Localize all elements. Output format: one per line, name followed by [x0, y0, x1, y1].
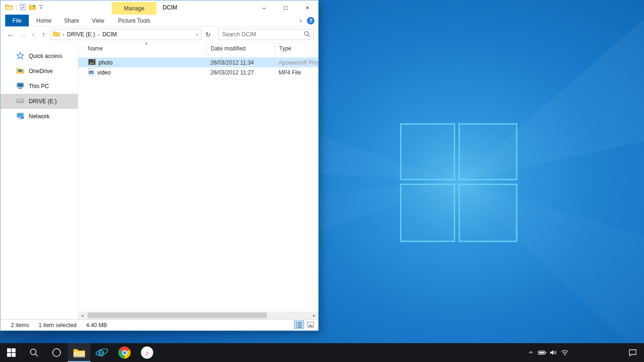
breadcrumb-separator: ›	[98, 32, 99, 37]
ribbon-tabs: File Home Share View Picture Tools ∨ ?	[0, 15, 318, 27]
up-button[interactable]: ↑	[38, 29, 50, 40]
back-button[interactable]: ←	[5, 29, 16, 40]
tab-home[interactable]: Home	[29, 15, 59, 26]
tray-expand-button[interactable]	[525, 343, 537, 362]
taskbar-internet-explorer-button[interactable]: e	[91, 343, 113, 362]
video-file-icon	[88, 68, 94, 77]
chevron-up-icon	[528, 350, 534, 355]
horizontal-scrollbar[interactable]: ◄ ►	[78, 312, 318, 319]
search-box	[218, 29, 314, 40]
sidebar-item-label: Quick access	[29, 53, 62, 59]
app-folder-icon	[5, 4, 13, 11]
properties-icon[interactable]	[20, 4, 25, 12]
taskbar-chrome-button[interactable]	[113, 343, 136, 362]
cortana-circle-icon	[51, 347, 62, 358]
file-name: photo	[99, 59, 113, 66]
file-explorer-icon	[73, 348, 85, 358]
file-date-modified: 26/03/2012 11:34	[206, 58, 275, 67]
items-count: 2 items	[11, 322, 29, 329]
file-type: MP4 File	[275, 67, 318, 77]
details-view-button[interactable]	[294, 321, 304, 329]
svg-text:e: e	[98, 346, 104, 359]
sidebar-item-label: OneDrive	[29, 68, 53, 74]
network-tray-button[interactable]	[559, 343, 570, 362]
qat-separator	[16, 4, 17, 11]
ribbon-right-controls: ∨ ?	[299, 15, 314, 27]
action-center-icon	[628, 349, 637, 357]
network-icon	[17, 113, 24, 121]
recent-locations-chevron-icon[interactable]: ∨	[30, 29, 37, 40]
file-type: Apowersoft Pho	[275, 58, 318, 67]
column-header-date-modified[interactable]: Date modified	[206, 42, 275, 55]
search-icon[interactable]	[304, 31, 310, 39]
window-controls: – □ ×	[253, 0, 318, 15]
refresh-button[interactable]: ↻	[203, 29, 213, 40]
photo-file-icon	[88, 59, 96, 66]
file-name: video	[97, 69, 111, 76]
large-icons-view-button[interactable]	[305, 321, 315, 329]
file-date-modified: 26/03/2012 11:27	[206, 67, 275, 77]
scroll-left-arrow-icon[interactable]: ◄	[78, 312, 86, 319]
taskbar: e ♪	[0, 343, 644, 362]
speaker-icon	[550, 349, 557, 356]
sidebar-item-onedrive[interactable]: OneDrive	[0, 64, 78, 79]
itunes-icon: ♪	[141, 346, 153, 359]
minimize-button[interactable]: –	[253, 0, 275, 15]
close-button[interactable]: ×	[297, 0, 318, 15]
taskbar-itunes-button[interactable]: ♪	[136, 343, 158, 362]
sidebar-item-label: Network	[29, 113, 50, 120]
view-toggle-buttons	[294, 321, 315, 329]
start-button[interactable]	[0, 343, 23, 362]
new-folder-icon[interactable]	[29, 4, 36, 11]
scrollbar-thumb[interactable]	[88, 313, 267, 318]
ribbon-collapse-chevron-icon[interactable]: ∨	[299, 18, 302, 23]
sidebar-item-drive-e[interactable]: DRIVE (E:)	[0, 94, 78, 109]
taskbar-file-explorer-button[interactable]	[68, 343, 91, 362]
address-bar[interactable]: › DRIVE (E:) › DCIM ∨	[50, 29, 201, 40]
search-input[interactable]	[222, 31, 304, 38]
window-body: Quick access OneDrive This PC	[0, 42, 318, 319]
file-rows: photo 26/03/2012 11:34 Apowersoft Pho vi…	[78, 55, 318, 77]
breadcrumb-folder-icon	[53, 31, 60, 38]
cortana-button[interactable]	[45, 343, 68, 362]
sidebar-item-label: DRIVE (E:)	[29, 98, 57, 105]
this-pc-icon	[17, 82, 24, 90]
scroll-right-arrow-icon[interactable]: ►	[310, 312, 318, 319]
sidebar-item-this-pc[interactable]: This PC	[0, 79, 78, 94]
sort-ascending-icon: ∧	[145, 42, 148, 46]
address-dropdown-chevron-icon[interactable]: ∨	[196, 33, 199, 37]
action-center-button[interactable]	[621, 343, 644, 362]
tab-share[interactable]: Share	[59, 15, 84, 26]
forward-button[interactable]: →	[17, 29, 29, 40]
sidebar-item-quick-access[interactable]: Quick access	[0, 49, 78, 64]
breadcrumb-separator: ›	[62, 32, 64, 37]
maximize-button[interactable]: □	[275, 0, 297, 15]
address-row: ← → ∨ ↑ › DRIVE (E:) › DCIM ∨ ↻	[0, 27, 318, 42]
selection-count: 1 item selected	[39, 322, 77, 329]
file-explorer-window: ∨ Manage DCIM – □ × File Home Share View…	[0, 0, 319, 331]
drive-icon	[17, 98, 24, 105]
help-icon[interactable]: ?	[307, 17, 314, 25]
system-tray	[525, 343, 570, 362]
battery-icon	[538, 350, 546, 355]
internet-explorer-icon: e	[95, 346, 108, 359]
wifi-icon	[561, 350, 569, 356]
selection-size: 4.40 MB	[86, 322, 107, 329]
column-header-type[interactable]: Type	[275, 42, 318, 55]
contextual-tab-group-manage[interactable]: Manage	[112, 2, 157, 15]
sidebar-item-network[interactable]: Network	[0, 109, 78, 124]
search-icon	[29, 348, 39, 357]
battery-tray-button[interactable]	[537, 343, 548, 362]
breadcrumb-folder[interactable]: DCIM	[102, 31, 117, 38]
tab-file[interactable]: File	[5, 15, 29, 26]
tab-view[interactable]: View	[84, 15, 112, 26]
file-row-video[interactable]: video 26/03/2012 11:27 MP4 File	[78, 67, 318, 77]
volume-tray-button[interactable]	[548, 343, 559, 362]
column-header-name[interactable]: Name	[78, 42, 206, 55]
taskbar-search-button[interactable]	[23, 343, 45, 362]
file-row-photo[interactable]: photo 26/03/2012 11:34 Apowersoft Pho	[78, 58, 318, 67]
chrome-icon	[118, 346, 131, 359]
breadcrumb-drive[interactable]: DRIVE (E:)	[66, 31, 95, 38]
tab-picture-tools[interactable]: Picture Tools	[112, 15, 157, 26]
customize-qat-chevron-icon[interactable]: ∨	[39, 5, 43, 10]
